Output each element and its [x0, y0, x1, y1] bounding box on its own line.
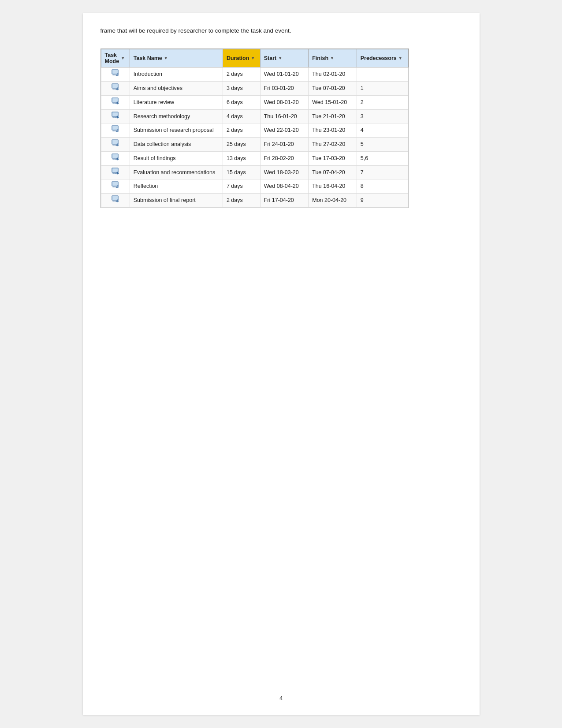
start-cell: Wed 18-03-20	[260, 165, 309, 179]
start-cell: Fri 28-02-20	[260, 151, 309, 165]
table-row: Submission of final report2 daysFri 17-0…	[101, 194, 408, 208]
predecessors-cell: 9	[357, 194, 408, 208]
predecessors-cell	[357, 67, 408, 82]
col-header-start-label: Start	[264, 55, 276, 61]
predecessors-cell: 5	[357, 138, 408, 152]
col-header-task-name[interactable]: Task Name ▼	[130, 49, 223, 67]
start-cell: Wed 01-01-20	[260, 67, 309, 82]
task-name-cell: Result of findings	[130, 151, 223, 165]
task-mode-cell	[101, 138, 130, 152]
svg-rect-18	[112, 196, 118, 200]
svg-rect-4	[112, 98, 118, 102]
task-name-cell: Literature review	[130, 95, 223, 109]
svg-rect-14	[112, 168, 118, 172]
task-name-cell: Evaluation and recommendations	[130, 165, 223, 179]
task-name-cell: Data collection analysis	[130, 138, 223, 152]
predecessors-cell: 7	[357, 165, 408, 179]
task-mode-icon	[112, 97, 119, 105]
svg-rect-6	[112, 112, 118, 116]
predecessors-cell: 3	[357, 109, 408, 123]
task-mode-icon	[112, 139, 119, 146]
start-cell: Fri 03-01-20	[260, 82, 309, 96]
svg-rect-0	[112, 70, 118, 74]
col-header-predecessors[interactable]: Predecessors ▼	[357, 49, 408, 67]
task-mode-cell	[101, 179, 130, 194]
task-name-cell: Research methodology	[130, 109, 223, 123]
start-cell: Wed 08-04-20	[260, 179, 309, 194]
col-header-start[interactable]: Start ▼	[260, 49, 309, 67]
table-row: Introduction2 daysWed 01-01-20Thu 02-01-…	[101, 67, 408, 82]
table-row: Evaluation and recommendations15 daysWed…	[101, 165, 408, 179]
col-header-task-mode[interactable]: TaskMode ▼	[101, 49, 130, 67]
task-mode-cell	[101, 109, 130, 123]
page-number: 4	[83, 695, 480, 702]
table-row: Aims and objectives3 daysFri 03-01-20Tue…	[101, 82, 408, 96]
task-mode-cell	[101, 165, 130, 179]
finish-cell: Tue 21-01-20	[309, 109, 357, 123]
finish-cell: Thu 16-04-20	[309, 179, 357, 194]
task-mode-icon	[112, 83, 119, 90]
predecessors-cell: 2	[357, 95, 408, 109]
duration-cell: 25 days	[223, 138, 260, 152]
task-name-cell: Introduction	[130, 67, 223, 82]
table-row: Research methodology4 daysThu 16-01-20Tu…	[101, 109, 408, 123]
svg-rect-12	[112, 154, 118, 158]
intro-paragraph: frame that will be required by researche…	[100, 26, 462, 35]
task-mode-cell	[101, 194, 130, 208]
task-mode-cell	[101, 82, 130, 96]
table-row: Data collection analysis25 daysFri 24-01…	[101, 138, 408, 152]
finish-cell: Thu 02-01-20	[309, 67, 357, 82]
start-cell: Wed 08-01-20	[260, 95, 309, 109]
predecessors-cell: 4	[357, 123, 408, 138]
finish-cell: Thu 23-01-20	[309, 123, 357, 138]
col-header-task-name-label: Task Name	[134, 55, 162, 61]
page: frame that will be required by researche…	[83, 13, 480, 715]
sort-arrow-predecessors: ▼	[398, 56, 402, 60]
duration-cell: 15 days	[223, 165, 260, 179]
duration-cell: 3 days	[223, 82, 260, 96]
sort-arrow-finish: ▼	[330, 56, 334, 60]
finish-cell: Thu 27-02-20	[309, 138, 357, 152]
col-header-predecessors-label: Predecessors	[361, 55, 397, 61]
predecessors-cell: 8	[357, 179, 408, 194]
col-header-finish[interactable]: Finish ▼	[309, 49, 357, 67]
task-mode-icon	[112, 181, 119, 188]
col-header-finish-label: Finish	[312, 55, 328, 61]
svg-rect-16	[112, 182, 118, 186]
gantt-table: TaskMode ▼ Task Name ▼ Duration ▼	[101, 49, 409, 208]
start-cell: Fri 17-04-20	[260, 194, 309, 208]
start-cell: Fri 24-01-20	[260, 138, 309, 152]
task-mode-icon	[112, 112, 119, 119]
duration-cell: 4 days	[223, 109, 260, 123]
predecessors-cell: 1	[357, 82, 408, 96]
task-name-cell: Aims and objectives	[130, 82, 223, 96]
duration-cell: 13 days	[223, 151, 260, 165]
task-mode-icon	[112, 125, 119, 132]
table-row: Result of findings13 daysFri 28-02-20Tue…	[101, 151, 408, 165]
finish-cell: Wed 15-01-20	[309, 95, 357, 109]
task-mode-cell	[101, 95, 130, 109]
task-mode-icon	[112, 195, 119, 202]
svg-rect-2	[112, 84, 118, 88]
table-header-row: TaskMode ▼ Task Name ▼ Duration ▼	[101, 49, 408, 67]
duration-cell: 2 days	[223, 194, 260, 208]
sort-arrow-duration: ▼	[251, 56, 255, 60]
col-header-duration[interactable]: Duration ▼	[223, 49, 260, 67]
gantt-table-wrapper: TaskMode ▼ Task Name ▼ Duration ▼	[100, 49, 409, 208]
svg-rect-8	[112, 126, 118, 130]
task-mode-cell	[101, 151, 130, 165]
finish-cell: Tue 07-04-20	[309, 165, 357, 179]
finish-cell: Tue 17-03-20	[309, 151, 357, 165]
col-header-duration-label: Duration	[227, 55, 249, 61]
predecessors-cell: 5,6	[357, 151, 408, 165]
table-row: Submission of research proposal2 daysWed…	[101, 123, 408, 138]
finish-cell: Tue 07-01-20	[309, 82, 357, 96]
sort-arrow-task-name: ▼	[164, 56, 168, 60]
table-row: Reflection7 daysWed 08-04-20Thu 16-04-20…	[101, 179, 408, 194]
col-header-task-mode-label: TaskMode	[105, 52, 119, 64]
task-mode-cell	[101, 67, 130, 82]
task-name-cell: Submission of final report	[130, 194, 223, 208]
duration-cell: 6 days	[223, 95, 260, 109]
sort-arrow-task-mode: ▼	[121, 56, 125, 60]
svg-rect-10	[112, 140, 118, 144]
